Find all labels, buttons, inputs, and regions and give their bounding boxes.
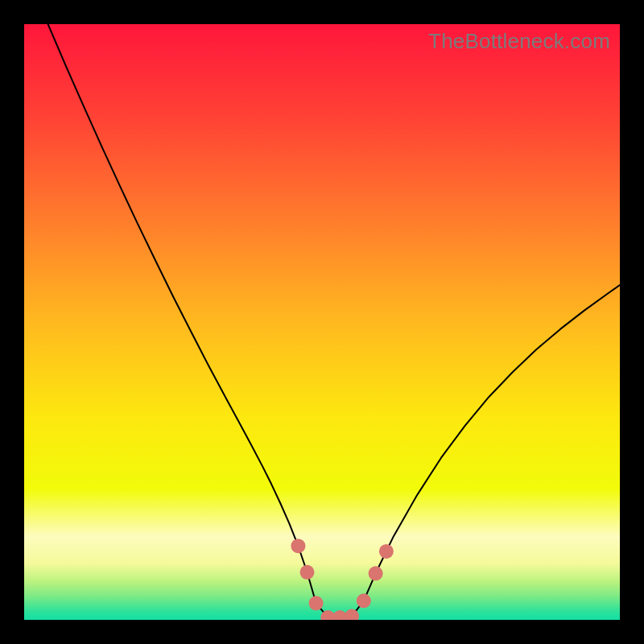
highlight-marker	[291, 539, 305, 553]
chart-frame: TheBottleneck.com	[0, 0, 644, 644]
highlight-marker	[379, 544, 394, 559]
plot-area: TheBottleneck.com	[24, 24, 620, 620]
highlight-marker	[357, 593, 371, 608]
watermark-label: TheBottleneck.com	[428, 29, 610, 54]
highlight-marker	[369, 566, 383, 580]
highlight-marker	[309, 596, 324, 610]
svg-rect-0	[24, 24, 620, 620]
highlight-marker	[300, 565, 315, 580]
chart-canvas	[24, 24, 620, 620]
